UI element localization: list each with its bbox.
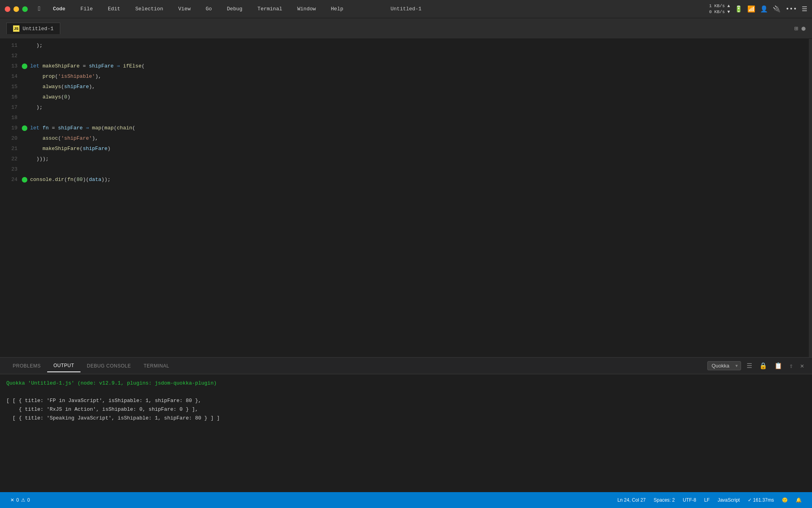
wifi-icon: 📶 xyxy=(747,5,755,13)
code-line-24: console.dir(fn(80)(data)); xyxy=(29,175,809,185)
menu-edit[interactable]: Edit xyxy=(104,4,124,13)
tab-output[interactable]: OUTPUT xyxy=(47,360,80,372)
status-smiley-icon[interactable]: 🙂 xyxy=(778,497,792,503)
menu-code[interactable]: Code xyxy=(49,4,69,13)
breakpoint-13[interactable] xyxy=(22,64,27,69)
output-source-select[interactable]: Quokka xyxy=(707,361,741,370)
status-timing: ✓ 161.37ms xyxy=(744,497,778,503)
panel-content: Quokka 'Untitled-1.js' (node: v12.9.1, p… xyxy=(0,374,812,492)
menu-go[interactable]: Go xyxy=(202,4,216,13)
battery-icon: 🔋 xyxy=(735,5,743,13)
status-line-ending[interactable]: LF xyxy=(700,497,714,503)
line-numbers: 11 12 13 14 15 16 17 18 19 20 21 22 23 2… xyxy=(0,39,21,357)
status-right: Ln 24, Col 27 Spaces: 2 UTF-8 LF JavaScr… xyxy=(613,497,806,503)
code-line-16: always(0) xyxy=(29,92,809,102)
menu-window[interactable]: Window xyxy=(293,4,320,13)
menu-help[interactable]: Help xyxy=(327,4,347,13)
editor-area: 11 12 13 14 15 16 17 18 19 20 21 22 23 2… xyxy=(0,39,812,357)
copy-icon[interactable]: 📋 xyxy=(773,360,784,371)
menu-terminal[interactable]: Terminal xyxy=(253,4,286,13)
more-icon[interactable]: ••• xyxy=(785,6,797,13)
code-line-13: let makeShipFare = shipFare ⇒ ifElse( xyxy=(29,61,809,71)
warning-count: 0 xyxy=(27,497,30,503)
tab-problems[interactable]: PROBLEMS xyxy=(6,360,47,372)
tabbar: JS Untitled-1 ⊞ ⬤ xyxy=(0,18,812,39)
breakpoint-24[interactable] xyxy=(22,177,27,183)
output-source-dropdown[interactable]: Quokka ▼ xyxy=(707,361,741,370)
code-line-22: ))); xyxy=(29,154,809,164)
code-line-23 xyxy=(29,164,809,175)
minimize-button[interactable] xyxy=(13,6,19,12)
menubar-right: 1 KB/s ▲0 KB/s ▼ 🔋 📶 👤 🔌 ••• ☰ xyxy=(709,3,807,15)
status-bell-icon[interactable]: 🔔 xyxy=(792,497,806,503)
menu-debug[interactable]: Debug xyxy=(223,4,246,13)
panel-tab-right: Quokka ▼ ☰ 🔒 📋 ⇧ ✕ xyxy=(707,360,806,371)
lock-icon[interactable]: 🔒 xyxy=(758,360,769,371)
menu-file[interactable]: File xyxy=(77,4,97,13)
code-line-19: let fn = shipFare ⇒ map(map(chain( xyxy=(29,123,809,133)
output-line-4: { title: 'RxJS in Action', isShipable: 0… xyxy=(6,405,806,414)
panel: PROBLEMS OUTPUT DEBUG CONSOLE TERMINAL Q… xyxy=(0,357,812,492)
close-panel-icon[interactable]: ✕ xyxy=(799,360,806,371)
tab-terminal[interactable]: TERMINAL xyxy=(137,360,176,372)
code-line-15: always(shipFare), xyxy=(29,82,809,92)
tab-label: Untitled-1 xyxy=(23,26,54,32)
tab-debug-console[interactable]: DEBUG CONSOLE xyxy=(80,360,137,372)
breakpoint-19[interactable] xyxy=(22,125,27,131)
window-title: Untitled-1 xyxy=(391,6,421,12)
output-line-1: Quokka 'Untitled-1.js' (node: v12.9.1, p… xyxy=(6,379,806,388)
panel-tabs: PROBLEMS OUTPUT DEBUG CONSOLE TERMINAL Q… xyxy=(0,358,812,374)
code-line-12 xyxy=(29,51,809,61)
vertical-scrollbar[interactable] xyxy=(809,39,812,357)
network-stats: 1 KB/s ▲0 KB/s ▼ xyxy=(709,3,730,15)
error-count: 0 xyxy=(16,497,19,503)
chevron-up-icon[interactable]: ⇧ xyxy=(788,360,795,371)
code-container[interactable]: 11 12 13 14 15 16 17 18 19 20 21 22 23 2… xyxy=(0,39,812,357)
profile-icon: 👤 xyxy=(760,5,768,13)
output-line-5: [ { title: 'Speaking JavaScript', isShip… xyxy=(6,414,806,423)
warning-icon: ⚠ xyxy=(21,497,25,503)
menu-view[interactable]: View xyxy=(174,4,194,13)
status-errors[interactable]: ✕ 0 ⚠ 0 xyxy=(6,492,34,508)
list-icon[interactable]: ☰ xyxy=(802,5,807,13)
status-position[interactable]: Ln 24, Col 27 xyxy=(613,497,649,503)
extension-icon: 🔌 xyxy=(773,5,781,13)
close-button[interactable] xyxy=(5,6,10,12)
split-editor-icon[interactable]: ⊞ xyxy=(794,25,798,33)
code-line-18 xyxy=(29,113,809,123)
status-spaces[interactable]: Spaces: 2 xyxy=(650,497,679,503)
status-encoding[interactable]: UTF-8 xyxy=(679,497,700,503)
js-file-icon: JS xyxy=(13,25,19,32)
list-filter-icon[interactable]: ☰ xyxy=(745,360,754,371)
code-line-11: ); xyxy=(29,40,809,51)
code-line-14: prop('isShipable'), xyxy=(29,71,809,82)
code-line-17: ); xyxy=(29,102,809,113)
tabbar-right: ⊞ ⬤ xyxy=(794,25,806,33)
code-line-20: assoc('shipFare'), xyxy=(29,133,809,144)
code-line-21: makeShipFare(shipFare) xyxy=(29,144,809,154)
output-line-2 xyxy=(6,388,806,396)
apple-icon[interactable]:  xyxy=(38,6,42,13)
menu-selection[interactable]: Selection xyxy=(131,4,167,13)
gutter xyxy=(21,39,29,357)
status-language[interactable]: JavaScript xyxy=(714,497,744,503)
traffic-lights xyxy=(5,6,28,12)
tab-untitled1[interactable]: JS Untitled-1 xyxy=(6,23,60,34)
output-line-3: [ [ { title: 'FP in JavaScript', isShipa… xyxy=(6,396,806,405)
code-lines[interactable]: ); let makeShipFare = shipFare ⇒ ifElse(… xyxy=(29,39,809,357)
maximize-button[interactable] xyxy=(22,6,28,12)
statusbar: ✕ 0 ⚠ 0 Ln 24, Col 27 Spaces: 2 UTF-8 LF… xyxy=(0,492,812,508)
dot-icon[interactable]: ⬤ xyxy=(801,26,806,31)
menubar:  Code File Edit Selection View Go Debug… xyxy=(0,0,812,18)
error-icon: ✕ xyxy=(10,497,14,503)
